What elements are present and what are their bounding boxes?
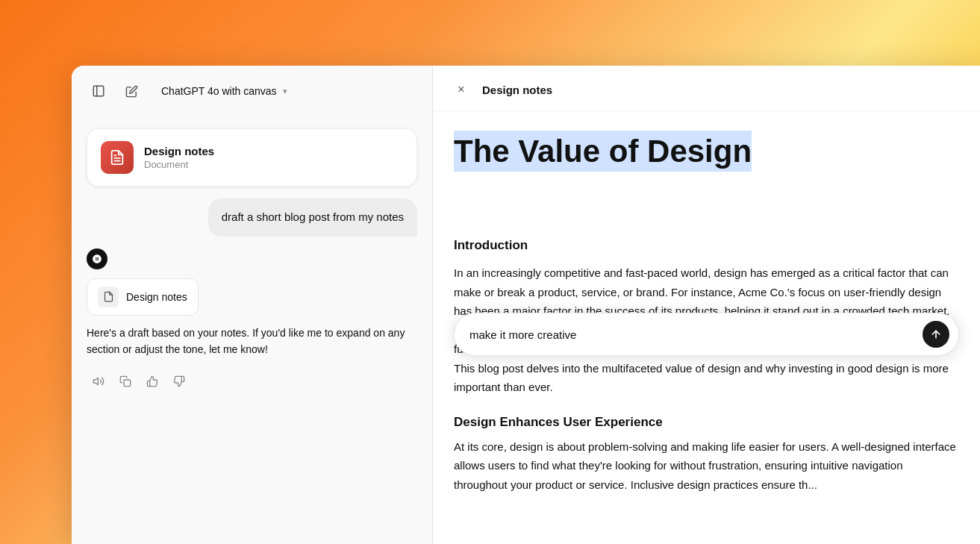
attachment-icon (101, 141, 134, 174)
blog-title: The Value of Design (454, 131, 752, 172)
thumbs-up-button[interactable] (140, 369, 164, 393)
attachment-info: Design notes Document (144, 145, 214, 170)
section1-heading: Design Enhances User Experience (454, 415, 959, 430)
app-container: ChatGPT 4o with canvas ▾ Desig (72, 66, 980, 544)
assistant-response-text: Here's a draft based on your notes. If y… (87, 325, 417, 358)
user-message-text: draft a short blog post from my notes (222, 210, 404, 223)
attachment-subtitle: Document (144, 159, 214, 170)
new-chat-button[interactable] (119, 79, 143, 103)
output-document-card[interactable]: Design notes (87, 278, 199, 316)
output-card-label: Design notes (126, 291, 187, 303)
canvas-title: Design notes (482, 84, 552, 96)
canvas-send-button[interactable] (923, 321, 949, 348)
left-header: ChatGPT 4o with canvas ▾ (72, 66, 432, 113)
document-icon (98, 287, 119, 307)
user-message-bubble: draft a short blog post from my notes (208, 198, 417, 237)
attachment-title: Design notes (144, 145, 214, 157)
chevron-down-icon: ▾ (283, 87, 287, 96)
canvas-input-field[interactable] (469, 328, 915, 341)
blog-title-wrapper: The Value of Design (454, 134, 959, 169)
section1-body: At its core, design is about problem-sol… (454, 437, 959, 495)
assistant-avatar (87, 248, 107, 269)
right-panel: × Design notes T (433, 66, 980, 544)
intro-label: Introduction (454, 238, 959, 253)
thumbs-down-button[interactable] (167, 369, 191, 393)
svg-marker-4 (93, 378, 98, 385)
volume-icon-button[interactable] (87, 369, 110, 393)
left-content: Design notes Document draft a short blog… (72, 113, 432, 544)
canvas-input-overlay (454, 313, 959, 356)
model-selector[interactable]: ChatGPT 4o with canvas ▾ (154, 81, 295, 101)
close-icon: × (458, 83, 464, 96)
action-icons-row (87, 369, 417, 393)
left-panel: ChatGPT 4o with canvas ▾ Desig (72, 66, 433, 544)
section1: Design Enhances User Experience At its c… (454, 415, 959, 495)
assistant-section: Design notes Here's a draft based on you… (87, 248, 417, 394)
copy-icon-button[interactable] (113, 369, 137, 393)
model-name-label: ChatGPT 4o with canvas (161, 85, 277, 97)
attachment-card: Design notes Document (87, 128, 417, 187)
sidebar-toggle-button[interactable] (87, 79, 110, 103)
input-overlay-spacer (454, 193, 959, 238)
close-canvas-button[interactable]: × (451, 79, 472, 100)
right-header: × Design notes (433, 66, 980, 111)
svg-rect-0 (93, 86, 104, 96)
svg-rect-5 (124, 380, 131, 387)
